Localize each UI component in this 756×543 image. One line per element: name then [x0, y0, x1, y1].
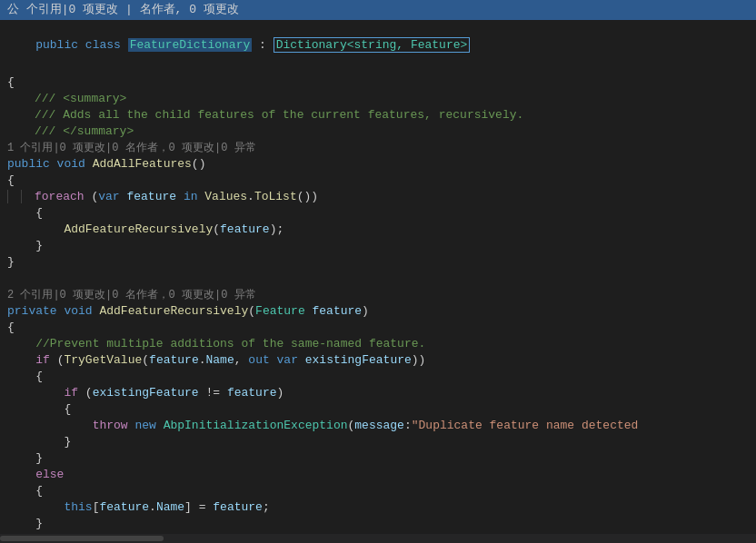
code-line-comment3: /// </summary>	[0, 123, 756, 140]
code-line-brace11: }	[0, 516, 756, 532]
code-line-meta2: 2 个引用|0 项更改|0 名作者，0 项更改|0 异常	[0, 287, 756, 303]
code-line-brace8: }	[0, 434, 756, 450]
code-editor: 公 个引用|0 项更改 | 名作者, 0 项更改 public class Fe…	[0, 0, 756, 543]
code-line: {	[0, 74, 756, 91]
class-name-highlight: FeatureDictionary	[128, 38, 253, 52]
code-line-this-assign: this[feature.Name] = feature;	[0, 499, 756, 516]
code-line-addfeature: AddFeatureRecursively(feature);	[0, 222, 756, 238]
code-line-brace4: }	[0, 254, 756, 271]
code-line-brace10: {	[0, 483, 756, 499]
scrollbar-thumb[interactable]	[0, 536, 164, 541]
code-line-brace3: }	[0, 238, 756, 254]
blank-line	[0, 271, 756, 287]
code-line-comment-prevent: //Prevent multiple additions of the same…	[0, 336, 756, 352]
top-bar-prefix: 公 个引用|0 项更改 | 名作者, 0 项更改	[7, 3, 239, 16]
top-bar: 公 个引用|0 项更改 | 名作者, 0 项更改	[0, 0, 756, 20]
code-line-foreach: foreach (var feature in Values.ToList())	[0, 189, 756, 205]
interface-box: Dictionary<string, Feature>	[274, 37, 471, 53]
code-line-method1: public void AddAllFeatures()	[0, 156, 756, 173]
code-line-throw: throw new AbpInitializationException(mes…	[0, 418, 756, 434]
code-line-comment2: /// Adds all the child features of the c…	[0, 107, 756, 123]
scrollbar-horizontal[interactable]	[0, 534, 756, 543]
code-line-brace2: {	[0, 205, 756, 222]
code-area: { /// <summary> /// Adds all the child f…	[0, 71, 756, 536]
code-line-comment1: /// <summary>	[0, 91, 756, 107]
code-line-if-existing: if (existingFeature != feature)	[0, 385, 756, 401]
code-line-brace1: {	[0, 173, 756, 189]
code-line-brace5: {	[0, 320, 756, 336]
code-line-brace7: {	[0, 401, 756, 418]
code-line-brace9: }	[0, 450, 756, 467]
code-line-brace6: {	[0, 369, 756, 385]
code-line-private-method: private void AddFeatureRecursively(Featu…	[0, 303, 756, 320]
class-declaration-line: public class FeatureDictionary : Diction…	[0, 20, 756, 71]
code-line-meta1: 1 个引用|0 项更改|0 名作者，0 项更改|0 异常	[0, 140, 756, 156]
colon-separator: :	[252, 38, 273, 52]
kw-class: class	[85, 38, 128, 52]
kw-public: public	[35, 38, 85, 52]
code-line-if-tryget: if (TryGetValue(feature.Name, out var ex…	[0, 352, 756, 369]
code-line-else: else	[0, 467, 756, 483]
